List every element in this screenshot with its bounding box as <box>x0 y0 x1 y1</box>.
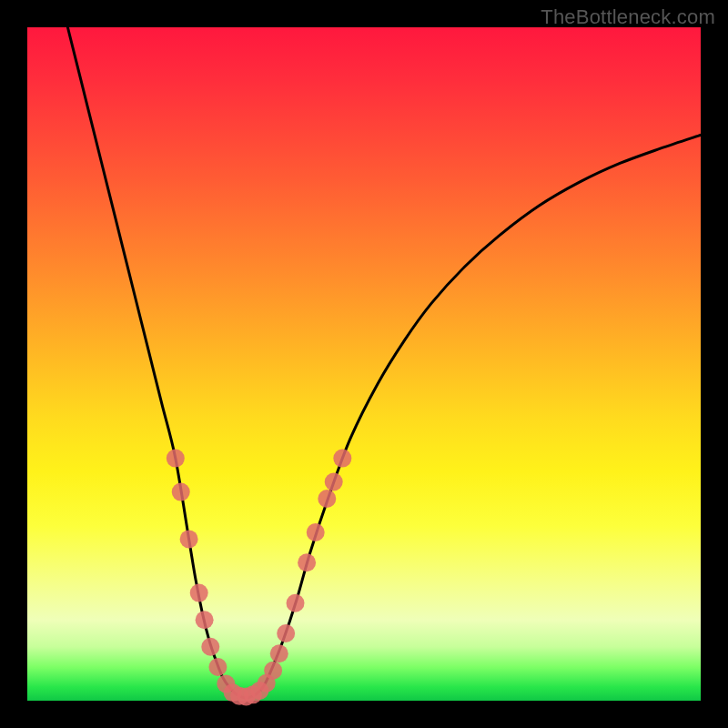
chart-stage: TheBottleneck.com <box>0 0 728 728</box>
data-marker <box>270 644 288 662</box>
data-marker <box>201 638 219 656</box>
chart-svg <box>27 27 701 701</box>
data-marker <box>307 523 325 541</box>
data-marker <box>277 624 295 642</box>
plot-area <box>27 27 701 701</box>
data-marker <box>167 450 185 468</box>
data-marker <box>264 662 282 680</box>
data-marker <box>287 594 305 612</box>
data-marker <box>325 473 343 491</box>
watermark-text: TheBottleneck.com <box>541 5 715 29</box>
data-marker <box>333 450 351 468</box>
data-marker <box>180 530 198 548</box>
data-marker <box>196 611 214 629</box>
bottleneck-curve <box>67 27 701 698</box>
data-marker <box>190 584 208 602</box>
data-marker <box>298 553 316 571</box>
data-marker <box>208 658 227 676</box>
data-marker <box>318 490 336 508</box>
data-marker <box>172 483 190 501</box>
